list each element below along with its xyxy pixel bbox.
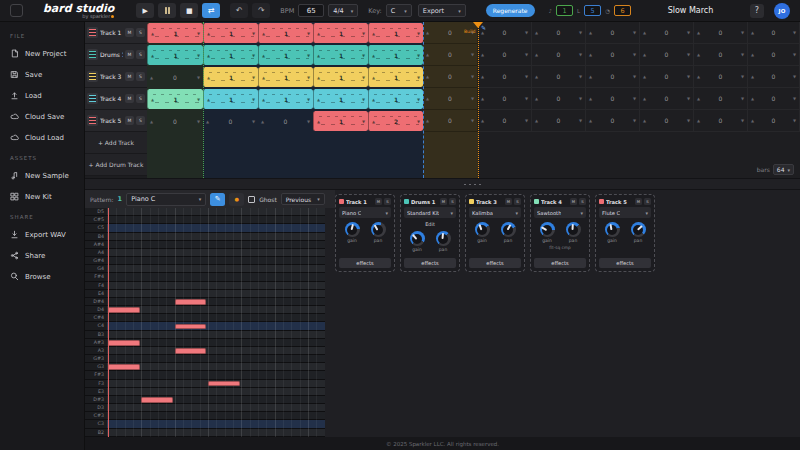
- track-row-track-3[interactable]: Track 3MS: [85, 66, 147, 88]
- increment-icon[interactable]: ▲: [317, 119, 320, 124]
- pattern-cell[interactable]: ▲0▼: [694, 88, 748, 110]
- piano-roll[interactable]: D5C#5C5B4A#4A4G#4G4F#4F4E4D#4D4C#4C4B3A#…: [85, 208, 325, 437]
- increment-icon[interactable]: ▲: [151, 53, 154, 58]
- pattern-clip[interactable]: ▲1▼: [313, 89, 368, 109]
- decrement-icon[interactable]: ▼: [417, 53, 420, 58]
- increment-icon[interactable]: ▲: [589, 96, 592, 101]
- decrement-icon[interactable]: ▼: [525, 96, 528, 101]
- gain-knob[interactable]: [605, 222, 620, 237]
- decrement-icon[interactable]: ▼: [362, 75, 365, 80]
- mute-button[interactable]: M: [635, 198, 642, 205]
- increment-icon[interactable]: ▲: [426, 30, 429, 35]
- decrement-icon[interactable]: ▼: [362, 31, 365, 36]
- pattern-cell[interactable]: ▲0▼: [478, 110, 532, 132]
- decrement-icon[interactable]: ▼: [793, 52, 796, 57]
- increment-icon[interactable]: ▲: [426, 74, 429, 79]
- increment-icon[interactable]: ▲: [372, 53, 375, 58]
- pattern-clip[interactable]: ▲1▼: [313, 23, 368, 43]
- increment-icon[interactable]: ▲: [372, 119, 375, 124]
- redo-button[interactable]: ↷: [252, 3, 270, 18]
- decrement-icon[interactable]: ▼: [417, 119, 420, 124]
- pattern-cell[interactable]: ▲0▼: [532, 88, 586, 110]
- pattern-cell[interactable]: ▲0▼: [532, 110, 586, 132]
- instrument-select[interactable]: Standard Kit▾: [404, 207, 456, 218]
- note-lane[interactable]: [107, 224, 325, 231]
- decrement-icon[interactable]: ▼: [525, 52, 528, 57]
- decrement-icon[interactable]: ▼: [362, 97, 365, 102]
- pattern-clip[interactable]: ▲1▼: [147, 89, 203, 109]
- decrement-icon[interactable]: ▼: [525, 118, 528, 123]
- pan-knob[interactable]: [436, 231, 451, 246]
- gain-knob[interactable]: [475, 222, 490, 237]
- bars-select[interactable]: 64▾: [773, 164, 794, 175]
- increment-icon[interactable]: ▲: [697, 30, 700, 35]
- decrement-icon[interactable]: ▼: [793, 118, 796, 123]
- pattern-cell[interactable]: ▲0▼: [532, 22, 586, 44]
- decrement-icon[interactable]: ▼: [741, 30, 744, 35]
- pan-knob[interactable]: [371, 222, 386, 237]
- pan-knob[interactable]: [631, 222, 646, 237]
- decrement-icon[interactable]: ▼: [362, 119, 365, 124]
- mute-button[interactable]: M: [125, 72, 134, 81]
- midi-note-a-3[interactable]: [108, 340, 140, 346]
- decrement-icon[interactable]: ▼: [417, 97, 420, 102]
- solo-button[interactable]: S: [579, 198, 586, 205]
- increment-icon[interactable]: ▲: [589, 30, 592, 35]
- increment-icon[interactable]: ▲: [206, 119, 209, 124]
- decrement-icon[interactable]: ▼: [525, 30, 528, 35]
- decrement-icon[interactable]: ▼: [252, 53, 255, 58]
- decrement-icon[interactable]: ▼: [307, 53, 310, 58]
- pattern-cell[interactable]: ▲0▼: [748, 88, 800, 110]
- pen-tool-button[interactable]: ✎: [210, 193, 225, 206]
- increment-icon[interactable]: ▲: [535, 118, 538, 123]
- stop-button[interactable]: ■: [180, 3, 198, 18]
- increment-icon[interactable]: ▲: [535, 74, 538, 79]
- decrement-icon[interactable]: ▼: [307, 75, 310, 80]
- sidebar-item-cloud-save[interactable]: Cloud Save: [0, 106, 84, 127]
- decrement-icon[interactable]: ▼: [197, 119, 200, 124]
- increment-icon[interactable]: ▲: [481, 96, 484, 101]
- pattern-cell[interactable]: ▲0▼: [423, 88, 478, 110]
- solo-button[interactable]: S: [136, 28, 145, 37]
- play-button[interactable]: ▶: [136, 3, 154, 18]
- pattern-cell[interactable]: ▲0▼: [640, 44, 694, 66]
- increment-icon[interactable]: ▲: [317, 31, 320, 36]
- increment-icon[interactable]: ▲: [150, 119, 153, 124]
- pattern-cell[interactable]: ▲0▼: [147, 110, 203, 132]
- increment-icon[interactable]: ▲: [697, 52, 700, 57]
- increment-icon[interactable]: ▲: [481, 74, 484, 79]
- pattern-cell[interactable]: ▲0▼: [258, 110, 313, 132]
- decrement-icon[interactable]: ▼: [687, 96, 690, 101]
- pattern-clip[interactable]: ▲2▼: [368, 111, 423, 131]
- track-row-track-5[interactable]: Track 5MS: [85, 110, 147, 132]
- sidebar-item-save[interactable]: Save: [0, 64, 84, 85]
- pattern-cell[interactable]: ▲0▼: [423, 44, 478, 66]
- solo-button[interactable]: S: [136, 72, 145, 81]
- pattern-clip[interactable]: ▲1▼: [258, 23, 313, 43]
- note-lane[interactable]: [107, 249, 325, 256]
- instrument-select[interactable]: Sawtooth▾: [534, 207, 586, 218]
- mute-button[interactable]: M: [440, 198, 447, 205]
- increment-icon[interactable]: ▲: [207, 53, 210, 58]
- increment-icon[interactable]: ▲: [262, 53, 265, 58]
- decrement-icon[interactable]: ▼: [252, 119, 255, 124]
- note-lane[interactable]: [107, 290, 325, 297]
- mute-button[interactable]: M: [570, 198, 577, 205]
- solo-button[interactable]: S: [136, 94, 145, 103]
- pattern-cell[interactable]: ▲0▼: [532, 44, 586, 66]
- increment-icon[interactable]: ▲: [426, 52, 429, 57]
- increment-icon[interactable]: ▲: [535, 96, 538, 101]
- pattern-cell[interactable]: ▲0▼: [694, 44, 748, 66]
- decrement-icon[interactable]: ▼: [307, 119, 310, 124]
- pan-knob[interactable]: [566, 222, 581, 237]
- pattern-clip[interactable]: ▲1▼: [313, 45, 368, 65]
- loop-button[interactable]: ⇄: [202, 3, 220, 18]
- increment-icon[interactable]: ▲: [262, 97, 265, 102]
- bpm-input[interactable]: [298, 4, 324, 17]
- note-lane[interactable]: [107, 241, 325, 248]
- increment-icon[interactable]: ▲: [535, 30, 538, 35]
- pattern-cell[interactable]: ▲0▼: [478, 66, 532, 88]
- decrement-icon[interactable]: ▼: [197, 53, 200, 58]
- track-row-track-1[interactable]: Track 1MS: [85, 22, 147, 44]
- track-row-drums-1[interactable]: Drums 1MS: [85, 44, 147, 66]
